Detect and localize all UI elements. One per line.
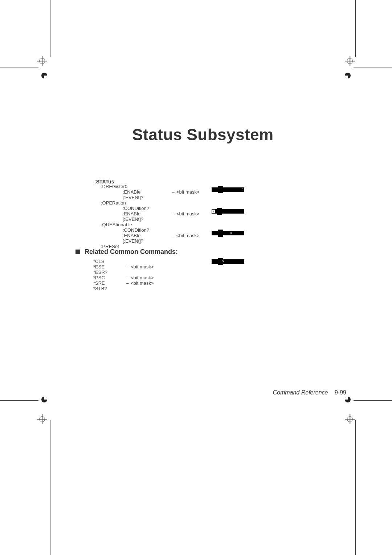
cmd-cls: *CLS [93,259,124,264]
thumb-tab: 3 [212,230,244,237]
tree-ques-cond: :CONDition? [123,227,170,233]
thumb-tab-num: 0 [241,187,244,191]
tree-dreg-enable-arg: <bit mask> [176,189,200,195]
tree-oper-event: [:EVENt]? [123,216,170,222]
page-content: Status Subsystem :STATus :DREGister0 :EN… [50,68,356,400]
common-commands: *CLS *ESE – <bit mask> *ESR? *PSC – <bit… [93,259,154,291]
separator: – [170,189,176,195]
section-heading: Related Common Commands: [75,248,178,256]
thumb-tab: 5 [212,258,244,265]
tree-oper-cond: :CONDition? [123,206,170,211]
tree-ques-enable-arg: <bit mask> [176,233,200,238]
register-mark-icon [37,414,47,424]
separator: – [170,211,176,216]
tree-oper-enable: :ENABle [123,211,170,216]
cmd-sre: *SRE [93,280,124,286]
register-mark-icon [345,414,355,424]
separator: – [124,275,131,280]
crop-mark [355,420,356,555]
tree-ques: :QUEStionable [101,222,148,227]
register-mark-icon [345,56,355,66]
cmd-ese: *ESE [93,264,124,270]
register-mark-icon [37,56,47,66]
halftone-dot-icon [41,397,47,402]
cmd-psc-arg: <bit mask> [131,275,154,280]
tree-dreg-event: [:EVENt]? [123,195,170,200]
bullet-square-icon [75,250,80,254]
cmd-esr: *ESR? [93,270,124,275]
crop-mark [354,68,392,68]
cmd-stb: *STB? [93,286,124,291]
tree-ques-event: [:EVENt]? [123,238,170,244]
crop-mark [50,0,50,57]
tree-oper: :OPERation [101,200,148,206]
separator: – [124,280,131,286]
tree-oper-enable-arg: <bit mask> [176,211,200,216]
crop-mark [355,0,356,57]
crop-mark [0,68,38,68]
section-heading-text: Related Common Commands: [85,248,178,255]
page-footer: Command Reference 9-99 [273,389,346,396]
scpi-tree: :DREGister0 :ENABle – <bit mask> [:EVENt… [101,184,200,249]
cmd-ese-arg: <bit mask> [131,264,154,270]
crop-mark [354,400,392,401]
tree-ques-enable: :ENABle [123,233,170,238]
footer-page-number: 9-99 [335,389,346,396]
cmd-psc: *PSC [93,275,124,280]
cmd-sre-arg: <bit mask> [131,280,154,286]
page-title: Status Subsystem [50,126,356,144]
thumb-tab: 0 [212,186,244,193]
separator: – [170,233,176,238]
crop-mark [50,420,50,555]
thumb-tab-num: 3 [229,231,233,235]
thumb-tab-num: 7 [212,209,215,213]
thumb-tab-num: 5 [221,259,225,263]
halftone-dot-icon [41,73,47,78]
tree-dreg-enable: :ENABle [123,189,170,195]
separator: – [124,264,131,270]
tree-dreg: :DREGister0 [101,184,148,189]
footer-label: Command Reference [273,389,328,396]
crop-mark [0,400,38,401]
thumb-tab: 7 [212,208,244,215]
